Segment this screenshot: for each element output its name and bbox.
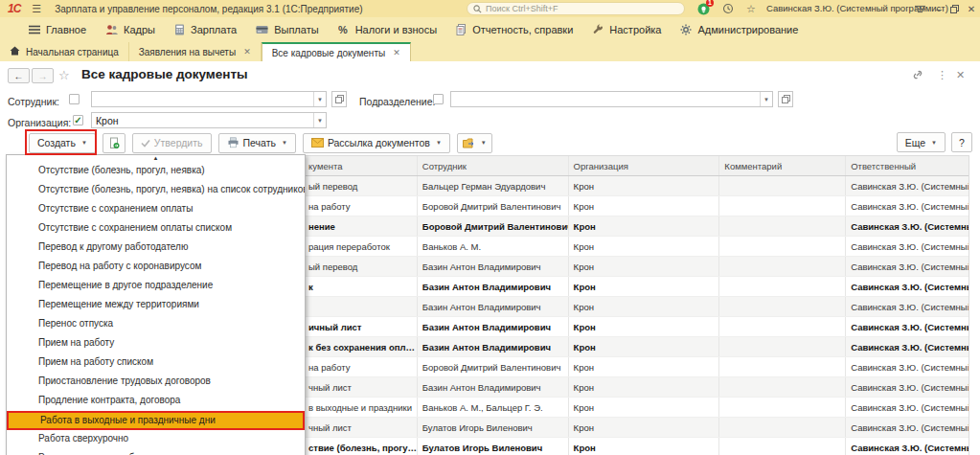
cell-organization: Крон [569,438,720,455]
column-header-2[interactable]: Организация [569,156,720,175]
create-button[interactable]: Создать▼ [29,133,96,153]
discussions-button[interactable]: 1 [695,1,711,16]
back-button[interactable]: ← [8,68,30,83]
create-menu-item-2[interactable]: Отсутствие с сохранением оплаты [7,200,305,219]
menu-section-7[interactable]: Администрирование [680,24,798,35]
cell-organization: Крон [569,317,720,336]
employee-filter-checkbox[interactable] [69,94,80,104]
create-menu-item-1[interactable]: Отсутствие (болезнь, прогул, неявка) на … [7,181,305,200]
create-menu-item-0[interactable]: Отсутствие (болезнь, прогул, неявка) [7,162,305,181]
department-filter-checkbox[interactable] [433,94,444,104]
create-menu-item-15[interactable]: Регистрация переработок [7,449,305,455]
employee-filter-input[interactable]: ▼ [91,91,327,107]
create-menu-item-12[interactable]: Продление контракта, договора [7,392,305,411]
organization-value: Крон [92,115,313,126]
tab-2[interactable]: Все кадровые документы✕ [262,42,411,61]
menu-section-2[interactable]: Зарплата [174,24,237,35]
organization-filter-checkbox[interactable]: ✓ [73,115,83,125]
create-menu-item-3[interactable]: Отсутствие с сохранением оплаты списком [7,219,305,239]
create-menu-item-6[interactable]: Перемещение в другое подразделение [7,277,305,296]
restore-button[interactable] [946,1,962,16]
document-mailing-button[interactable]: Рассылка документов▼ [303,133,450,153]
scroll-up-icon[interactable]: ▲ [7,155,305,162]
cell-organization: Крон [569,337,720,356]
favorites-button[interactable]: ☆ [743,1,759,16]
tab-0[interactable]: Начальная страница [0,42,129,61]
tab-label: Заявления на вычеты [139,47,236,57]
main-menu-icon[interactable]: ☰ [32,3,41,15]
cell-responsible: Савинская З.Ю. (Системный программист) [846,337,969,356]
print-button[interactable]: Печать▼ [218,133,296,153]
column-header-3[interactable]: Комментарий [719,156,846,175]
chevron-down-icon: ▼ [931,140,937,146]
dropdown-items: Отсутствие (болезнь, прогул, неявка)Отсу… [7,162,305,455]
department-filter-input[interactable]: ▼ [450,91,773,107]
forward-button[interactable]: → [32,68,54,83]
more-button[interactable]: Еще▼ [897,132,946,152]
payments-icon [256,25,268,34]
help-button[interactable]: ? [951,132,972,152]
create-by-copy-button[interactable] [103,133,125,153]
check-icon [141,139,150,148]
add-to-favorites-icon[interactable]: ☆ [58,68,70,82]
create-menu-item-9[interactable]: Прием на работу [7,334,305,353]
menu-section-5[interactable]: Отчетность, справки [456,24,573,35]
menu-section-1[interactable]: Кадры [105,24,155,35]
chevron-down-icon[interactable]: ▼ [313,113,326,127]
menu-section-3[interactable]: Выплаты [256,24,318,35]
cell-employee: Боровой Дмитрий Валентинович [418,196,569,216]
cell-responsible: Савинская З.Ю. (Системный программист) [846,257,969,276]
cell-comment [719,438,846,455]
create-menu-item-7[interactable]: Перемещение между территориями [7,296,305,315]
cell-employee: Базин Антон Владимирович [418,377,569,397]
service-menu-button[interactable] [912,1,927,16]
cell-comment [719,337,846,356]
employee-open-button[interactable] [331,91,347,107]
cell-responsible: Савинская З.Ю. (Системный программист) [846,237,969,256]
cell-responsible: Савинская З.Ю. (Системный программист) [846,277,969,296]
cell-employee: Боровой Дмитрий Валентинович [418,216,569,236]
chevron-down-icon[interactable]: ▼ [760,92,772,106]
create-menu-item-4[interactable]: Перевод к другому работодателю [7,239,305,258]
tab-1[interactable]: Заявления на вычеты✕ [129,42,262,61]
menu-section-4[interactable]: %Налоги и взносы [338,24,438,35]
approve-button[interactable]: Утвердить [132,133,212,153]
open-windows-tab-bar: Начальная страницаЗаявления на вычеты✕Вс… [0,42,980,61]
more-menu-icon[interactable]: ⋮ [937,69,947,81]
cell-comment [719,277,846,296]
create-menu-item-14[interactable]: Работа сверхурочно [7,430,305,449]
menu-section-0[interactable]: Главное [29,24,86,35]
global-search-input[interactable]: Поиск Ctrl+Shift+F [467,2,685,15]
title-bar: 1С ☰ Зарплата и управление персоналом, р… [0,0,980,17]
create-menu-item-10[interactable]: Прием на работу списком [7,353,305,373]
cell-organization: Крон [569,398,720,417]
minimize-button[interactable]: – [931,1,946,16]
column-header-1[interactable]: Сотрудник [418,156,569,175]
create-menu-item-11[interactable]: Приостановление трудовых договоров [7,373,305,392]
tab-close-icon[interactable]: ✕ [243,47,251,57]
create-menu-item-13[interactable]: Работа в выходные и праздничные дни [7,411,305,430]
cell-responsible: Савинская З.Ю. (Системный программист) [846,216,969,236]
history-button[interactable] [720,1,736,16]
menu-section-label: Кадры [124,24,155,35]
chevron-down-icon: ▼ [282,140,287,146]
menu-section-6[interactable]: Настройка [592,24,661,35]
tab-close-icon[interactable]: ✕ [393,48,400,57]
cell-employee: Базин Антон Владимирович [418,297,569,316]
get-link-button[interactable] [912,69,923,82]
search-icon [473,5,482,13]
cell-comment [719,418,846,437]
tab-label: Начальная страница [26,47,119,57]
open-icon [782,95,790,103]
create-menu-item-5[interactable]: Перевод на работу с коронавирусом [7,258,305,277]
close-button[interactable]: ✕ [964,1,979,16]
column-header-4[interactable]: Ответственный [846,156,969,175]
create-menu-item-8[interactable]: Перенос отпуска [7,315,305,334]
chevron-down-icon[interactable]: ▼ [313,92,326,106]
attachments-button[interactable]: ▼ [457,133,492,153]
cell-responsible: Савинская З.Ю. (Системный программист) [846,398,969,417]
close-form-icon[interactable]: ✕ [956,69,965,81]
printer-icon [227,137,239,148]
department-open-button[interactable] [778,91,793,107]
organization-filter-input[interactable]: Крон ▼ [91,112,327,128]
